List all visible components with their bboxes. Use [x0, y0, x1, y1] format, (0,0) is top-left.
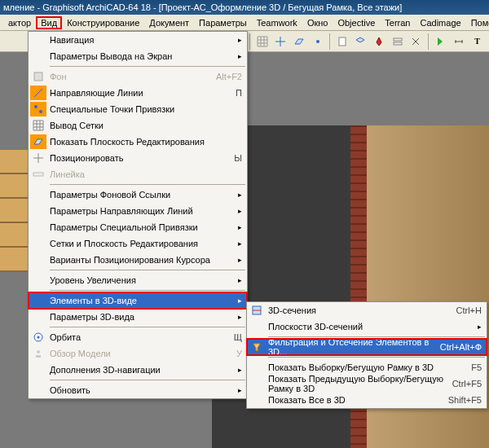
- menu-grid-display[interactable]: Вывод Сетки: [29, 117, 247, 134]
- tool-doc-icon[interactable]: [333, 33, 350, 51]
- menu-objective[interactable]: Objective: [333, 16, 380, 29]
- filter-icon: [249, 340, 265, 354]
- menu-view[interactable]: Вид: [36, 16, 62, 29]
- tool-stack-icon[interactable]: [389, 33, 406, 51]
- menu-browse-model[interactable]: Обзор МоделиУ: [29, 345, 247, 362]
- menu-3d-nav-addons[interactable]: Дополнения 3D-навигации▸: [29, 362, 247, 378]
- menu-zoom[interactable]: Уровень Увеличения▸: [29, 272, 247, 288]
- app-title: мление - Graphisoft ArchiCAD-64 18 - [Пр…: [3, 2, 402, 12]
- menu-design[interactable]: Конструирование: [62, 16, 144, 29]
- menu-options[interactable]: Параметры: [194, 16, 252, 29]
- menu-editor[interactable]: актор: [3, 16, 36, 29]
- menu-window[interactable]: Окно: [302, 16, 333, 29]
- tool-x-icon[interactable]: [408, 33, 425, 51]
- tool-dim-icon[interactable]: [451, 33, 468, 51]
- menu-terran[interactable]: Terran: [380, 16, 415, 29]
- square-icon: [30, 69, 46, 84]
- tool-grid-icon[interactable]: [253, 33, 271, 51]
- menu-snap-params[interactable]: Параметры Специальной Привязки▸: [29, 219, 247, 235]
- svg-rect-5: [394, 42, 402, 45]
- menu-display-options[interactable]: Параметры Вывода на Экран▸: [29, 48, 247, 64]
- menubar: актор Вид Конструирование Документ Парам…: [0, 15, 489, 31]
- tool-arrow-icon[interactable]: [432, 33, 449, 51]
- snap-icon: [30, 102, 46, 116]
- menu-edit-plane[interactable]: Показать Плоскость Редактирования: [29, 134, 247, 150]
- tool-layers-icon[interactable]: [352, 33, 369, 51]
- submenu-show-all[interactable]: Показать Все в 3DShift+F5: [247, 392, 487, 408]
- submenu-section-planes[interactable]: Плоскости 3D-сечений▸: [247, 318, 487, 335]
- svg-rect-9: [33, 173, 43, 176]
- tool-point-icon[interactable]: [310, 33, 327, 51]
- guidelines-icon: [30, 86, 46, 100]
- submenu-3d-sections[interactable]: 3D-сеченияCtrl+H: [247, 302, 487, 318]
- menu-help[interactable]: Помощь: [466, 16, 489, 29]
- tool-plane-icon[interactable]: [291, 33, 308, 51]
- orbit-icon: [30, 330, 46, 345]
- menu-background[interactable]: ФонAlt+F2: [29, 68, 247, 85]
- submenu-filter-elements[interactable]: Фильтрация и Отсечение Элементов в 3D...…: [247, 339, 487, 355]
- browse-icon: [30, 346, 46, 361]
- titlebar: мление - Graphisoft ArchiCAD-64 18 - [Пр…: [0, 0, 489, 15]
- menu-position[interactable]: ПозиционироватьЫ: [29, 150, 247, 166]
- svg-rect-6: [34, 72, 42, 81]
- menu-cadimage[interactable]: Cadimage: [415, 16, 465, 29]
- svg-point-2: [316, 40, 319, 43]
- svg-point-11: [37, 336, 40, 339]
- tool-axis-icon[interactable]: [272, 33, 289, 51]
- menu-refresh[interactable]: Обновить▸: [29, 382, 247, 398]
- plane-icon: [30, 134, 46, 149]
- menu-snap-points[interactable]: Специальные Точки Привязки: [29, 101, 247, 117]
- menu-orbit[interactable]: ОрбитаЩ: [29, 329, 247, 345]
- tool-text-icon[interactable]: T: [469, 33, 486, 51]
- elements-3d-submenu: 3D-сеченияCtrl+H Плоскости 3D-сечений▸ Ф…: [246, 301, 487, 409]
- svg-point-8: [39, 110, 42, 113]
- position-icon: [30, 151, 46, 165]
- menu-elements-3d[interactable]: Элементы в 3D-виде▸: [29, 292, 247, 309]
- menu-ruler[interactable]: Линейка: [29, 166, 247, 182]
- menu-guidelines[interactable]: Направляющие ЛинииП: [29, 85, 247, 101]
- view-menu-dropdown: Навигация▸ Параметры Вывода на Экран▸ Фо…: [28, 31, 248, 399]
- menu-trace-ref[interactable]: Параметры Фоновой Ссылки▸: [29, 187, 247, 203]
- menu-cursor-params[interactable]: Варианты Позиционирования Курсора▸: [29, 252, 247, 268]
- svg-point-12: [37, 350, 40, 354]
- menu-guide-params[interactable]: Параметры Направляющих Линий▸: [29, 203, 247, 219]
- menu-3d-params[interactable]: Параметры 3D-вида▸: [29, 309, 247, 325]
- submenu-show-previous[interactable]: Показать Предыдущую Выборку/Бегущую Рамк…: [247, 376, 487, 392]
- menu-teamwork[interactable]: Teamwork: [252, 16, 302, 29]
- menu-navigation[interactable]: Навигация▸: [29, 32, 247, 48]
- menu-grid-params[interactable]: Сетки и Плоскость Редактирования▸: [29, 235, 247, 252]
- section-icon: [249, 303, 265, 318]
- svg-rect-3: [339, 37, 346, 46]
- submenu-show-selection[interactable]: Показать Выборку/Бегущую Рамку в 3DF5: [247, 359, 487, 376]
- svg-rect-4: [394, 38, 402, 41]
- ruler-icon: [30, 167, 46, 182]
- svg-point-7: [34, 105, 37, 108]
- tool-pin-icon[interactable]: [371, 33, 388, 51]
- grid-icon: [30, 118, 46, 133]
- menu-document[interactable]: Документ: [144, 16, 194, 29]
